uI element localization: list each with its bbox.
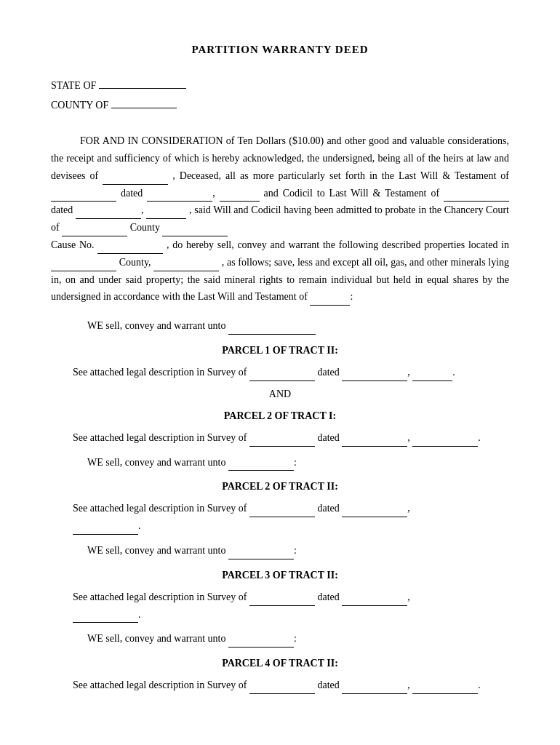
we-sell-label-4: WE sell, convey and warrant unto [87, 633, 226, 644]
see-attached-section-2: See attached legal description in Survey… [73, 429, 509, 447]
survey-field-4[interactable] [249, 594, 315, 606]
body-paragraph-1: FOR AND IN CONSIDERATION of Ten Dollars … [51, 132, 509, 236]
date-field-1[interactable] [147, 190, 212, 202]
see-attached-section-3: See attached legal description in Survey… [73, 500, 509, 535]
county-word: County [130, 222, 160, 233]
we-sell-field-1[interactable] [228, 323, 316, 335]
county2-field[interactable] [153, 260, 219, 271]
see-attached-section-1: See attached legal description in Survey… [73, 364, 509, 381]
location-field[interactable] [51, 260, 116, 271]
state-line: STATE OF [51, 76, 509, 96]
dated-label-1: dated [121, 188, 147, 199]
and-divider: AND [51, 389, 509, 400]
we-sell-field-3[interactable] [228, 548, 294, 559]
cause-no-label: Cause No. [51, 239, 95, 250]
survey-date-field-3[interactable] [342, 506, 407, 517]
we-sell-section-1: WE sell, convey and warrant unto [87, 317, 509, 335]
dated-label-3a: dated [317, 503, 342, 514]
state-field[interactable] [99, 77, 186, 89]
testament-field-1[interactable] [51, 190, 116, 202]
survey-date-field-2[interactable] [342, 435, 407, 447]
survey-year-field-1[interactable] [412, 370, 452, 381]
dated-label-5a: dated [317, 680, 342, 690]
see-attached-section-5: See attached legal description in Survey… [73, 677, 509, 694]
survey-field-2[interactable] [249, 435, 315, 447]
see-attached-text-2: See attached legal description in Survey… [73, 432, 247, 443]
see-attached-text-5: See attached legal description in Survey… [73, 680, 247, 690]
main-body: FOR AND IN CONSIDERATION of Ten Dollars … [51, 132, 509, 306]
we-sell-label-2: WE sell, convey and warrant unto [87, 457, 226, 468]
survey-field-1[interactable] [249, 370, 315, 381]
see-attached-section-4: See attached legal description in Survey… [73, 589, 509, 624]
testament-ref-field[interactable] [310, 294, 350, 306]
we-sell-section-2: WE sell, convey and warrant unto : [87, 454, 509, 471]
see-attached-text-3: See attached legal description in Survey… [73, 503, 247, 514]
state-label: STATE OF [51, 76, 96, 96]
devisees-field[interactable] [103, 173, 168, 185]
survey-year-field-3[interactable] [73, 523, 138, 535]
cause-no-field[interactable] [97, 242, 163, 254]
year-field-2[interactable] [146, 207, 186, 219]
parcel1-heading: PARCEL 1 OF TRACT II: [51, 345, 509, 356]
date-field-2[interactable] [76, 207, 141, 219]
document-page: PARTITION WARRANTY DEED STATE OF COUNTY … [0, 0, 560, 745]
cause-field-prefix[interactable] [162, 225, 228, 236]
we-sell-label-1: WE sell, convey and warrant unto [87, 320, 226, 331]
we-sell-field-2[interactable] [228, 459, 294, 471]
see-attached-text-4: See attached legal description in Survey… [73, 591, 247, 602]
body-paragraph-2: Cause No. , do hereby sell, convey and w… [51, 236, 509, 306]
dated-label-2a: dated [317, 432, 342, 443]
survey-field-3[interactable] [249, 506, 315, 517]
survey-year-field-5[interactable] [412, 682, 478, 694]
survey-date-field-4[interactable] [342, 594, 407, 606]
year-field-1[interactable] [220, 190, 260, 202]
survey-year-field-4[interactable] [73, 611, 138, 623]
we-sell-label-3: WE sell, convey and warrant unto [87, 545, 226, 556]
survey-date-field-1[interactable] [342, 370, 407, 381]
county2-label: County, [119, 257, 151, 268]
testament-field-2[interactable] [444, 190, 509, 202]
parcel2-tract2-heading: PARCEL 2 OF TRACT II: [51, 481, 509, 493]
survey-field-5[interactable] [249, 682, 315, 694]
state-county-section: STATE OF COUNTY OF [51, 76, 509, 115]
see-attached-text-1: See attached legal description in Survey… [73, 367, 247, 378]
county-line: COUNTY OF [51, 96, 509, 116]
survey-date-field-5[interactable] [342, 682, 407, 694]
dated-label-1a: dated [317, 367, 342, 378]
survey-year-field-2[interactable] [412, 435, 478, 447]
dated-label-4a: dated [317, 591, 342, 602]
chancery-county-field[interactable] [62, 225, 127, 236]
parcel2-tract1-heading: PARCEL 2 OF TRACT I: [51, 410, 509, 422]
we-sell-field-4[interactable] [228, 636, 294, 648]
we-sell-section-4: WE sell, convey and warrant unto : [87, 630, 509, 648]
document-title: PARTITION WARRANTY DEED [51, 44, 509, 56]
dated-label-2: dated [51, 204, 76, 215]
parcel4-heading: PARCEL 4 OF TRACT II: [51, 658, 509, 669]
county-label: COUNTY OF [51, 96, 108, 116]
we-sell-section-3: WE sell, convey and warrant unto : [87, 542, 509, 559]
county-field[interactable] [111, 97, 177, 108]
parcel3-heading: PARCEL 3 OF TRACT II: [51, 570, 509, 581]
